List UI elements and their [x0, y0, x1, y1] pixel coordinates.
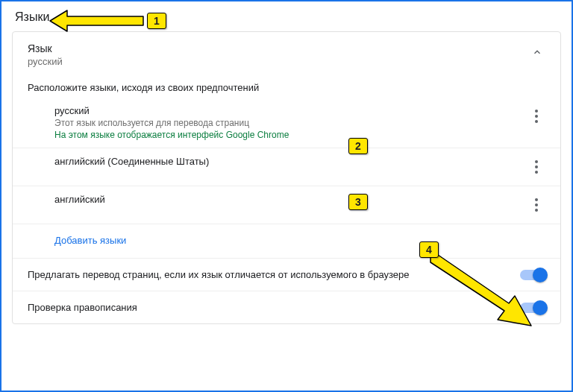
more-vert-icon [535, 110, 538, 123]
language-row: английский (Соединенные Штаты) [13, 148, 560, 186]
language-ui-note: На этом языке отображается интерфейс Goo… [54, 130, 289, 140]
panel-sublabel: русский [28, 56, 63, 67]
language-more-button[interactable] [527, 194, 545, 216]
order-instruction: Расположите языки, исходя из своих предп… [13, 76, 560, 98]
annotation-badge-3: 3 [348, 194, 368, 210]
language-row: русский Этот язык используется для перев… [13, 98, 560, 148]
more-vert-icon [535, 160, 538, 174]
annotation-badge-4: 4 [419, 241, 439, 258]
svg-marker-1 [430, 255, 531, 326]
language-name: английский (Соединенные Штаты) [54, 156, 209, 167]
annotation-badge-1: 1 [147, 13, 166, 29]
panel-label: Язык [28, 42, 63, 54]
svg-marker-0 [50, 10, 143, 31]
language-more-button[interactable] [527, 105, 545, 127]
annotation-arrow-1 [46, 6, 151, 36]
annotation-badge-2: 2 [348, 138, 368, 154]
add-language-link[interactable]: Добавить языки [54, 235, 126, 246]
language-panel-header[interactable]: Язык русский [13, 32, 560, 76]
spellcheck-toggle-label: Проверка правописания [28, 302, 137, 313]
language-more-button[interactable] [527, 156, 545, 178]
translate-toggle-label: Предлагать перевод страниц, если их язык… [28, 269, 410, 280]
language-note: Этот язык используется для перевода стра… [54, 118, 289, 128]
more-vert-icon [535, 198, 538, 212]
language-row: английский [13, 186, 560, 224]
language-name: английский [54, 194, 105, 205]
collapse-chevron-icon[interactable] [529, 44, 545, 60]
language-name: русский [54, 105, 289, 116]
annotation-arrow-4 [427, 251, 546, 333]
